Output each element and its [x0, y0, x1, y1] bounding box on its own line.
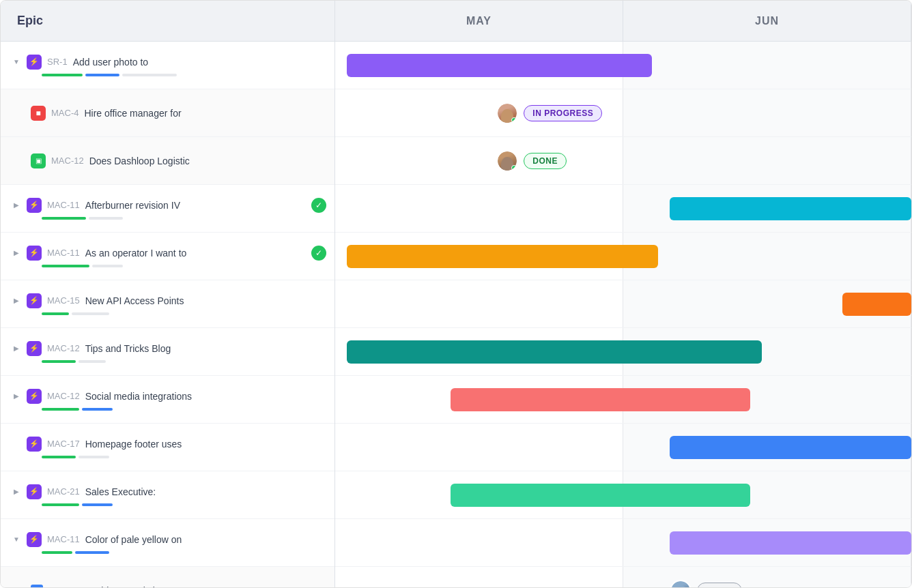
avatar-mac12a [496, 150, 518, 172]
pb-blue [82, 408, 113, 411]
gantt-body: ▼ ⚡ SR-1 Add user photo to ■ MAC-4 Hire … [1, 42, 911, 587]
bar-mac12c [451, 388, 750, 411]
epic-row-mac12b: ▶ ⚡ MAC-12 Tips and Tricks Blog [1, 328, 334, 376]
epic-row-mac15: ▶ ⚡ MAC-15 New API Access Points [1, 280, 334, 328]
chart-row-mac21 [335, 471, 911, 519]
badge-mac12a: ▣ [31, 153, 46, 168]
pb-empty [79, 456, 109, 458]
gantt-header: Epic MAY JUN [1, 1, 911, 42]
epic-id-mac15: MAC-15 [47, 295, 80, 306]
progress-bar-empty [122, 74, 177, 76]
expand-icon-mac11a[interactable]: ▶ [12, 201, 21, 210]
epic-title-mac11a: Afterburner revision IV [85, 200, 180, 211]
gantt-chart: Epic MAY JUN ▼ ⚡ SR-1 Add user photo to [0, 0, 912, 588]
chart-row-mac12b [335, 328, 911, 376]
epic-title-mac4: Hire office manager for [84, 108, 181, 119]
epic-id-mac17: MAC-17 [47, 439, 80, 449]
epic-id-mac12b: MAC-12 [47, 343, 80, 353]
progress-mac12c [12, 408, 326, 411]
epic-title-mac11b: As an operator I want to [85, 248, 187, 259]
chart-row-mac11b [335, 233, 911, 280]
avatar-dot-mac12a [511, 165, 517, 171]
pb-green [42, 503, 79, 506]
status-badge-mac8: TO DO [697, 583, 742, 588]
pb-empty [79, 360, 106, 363]
epic-id-sr1: SR-1 [47, 57, 68, 67]
progress-mac21 [12, 503, 326, 506]
epic-id-mac4: MAC-4 [51, 108, 79, 118]
chart-row-mac17 [335, 424, 911, 471]
bar-mac12b [347, 340, 762, 364]
bar-sr1 [347, 54, 652, 77]
progress-bar-green [42, 74, 83, 76]
expand-icon-mac15[interactable]: ▶ [12, 296, 21, 306]
badge-mac17: ⚡ [27, 437, 42, 452]
pb-empty [92, 265, 123, 267]
epic-id-mac11c: MAC-11 [47, 534, 80, 544]
badge-mac15: ⚡ [27, 293, 42, 308]
badge-mac11b: ⚡ [27, 246, 42, 261]
epic-column: ▼ ⚡ SR-1 Add user photo to ■ MAC-4 Hire … [1, 42, 335, 587]
chart-row-mac11c [335, 519, 911, 567]
progress-mac11a [12, 217, 326, 220]
check-icon-mac11a: ✓ [311, 198, 326, 213]
chart-row-mac8: TO DO [335, 567, 911, 587]
header-month-jun: JUN [623, 1, 911, 41]
epic-row-mac21: ▶ ⚡ MAC-21 Sales Executive: [1, 471, 334, 519]
pb-blue [75, 551, 109, 554]
epic-id-mac12c: MAC-12 [47, 391, 80, 401]
status-group-mac8: TO DO [670, 580, 742, 588]
progress-bar-blue [85, 74, 119, 76]
expand-icon-mac12c[interactable]: ▶ [12, 392, 21, 401]
checkbox-mac8[interactable]: ✓ [31, 585, 43, 588]
pb-green [42, 312, 69, 315]
epic-row-mac11c: ▼ ⚡ MAC-11 Color of pale yellow on [1, 519, 334, 567]
epic-title-sr1: Add user photo to [73, 57, 149, 68]
status-badge-mac12a: DONE [524, 153, 567, 169]
progress-sr1 [12, 74, 326, 76]
bar-mac11a [670, 197, 911, 220]
chart-row-mac11a [335, 185, 911, 233]
epic-row-mac8: ✓ MAC-8 Dashloop Logistic [1, 567, 334, 587]
bar-mac17 [670, 436, 911, 459]
chart-area: IN PROGRESS DONE [335, 42, 911, 587]
epic-title-mac11c: Color of pale yellow on [85, 534, 182, 545]
pb-blue [82, 503, 113, 506]
chart-row-mac15 [335, 280, 911, 328]
expand-icon-mac11c[interactable]: ▼ [12, 535, 21, 544]
epic-title-mac15: New API Access Points [85, 295, 184, 306]
avatar-mac8 [670, 580, 692, 588]
avatar-mac4 [496, 102, 518, 124]
badge-mac12b: ⚡ [27, 341, 42, 356]
expand-icon-mac12b[interactable]: ▶ [12, 344, 21, 353]
epic-id-mac12a: MAC-12 [51, 156, 84, 166]
bar-mac11b [347, 245, 658, 268]
epic-title-mac8: Dashloop Logistic [84, 585, 160, 588]
header-months: MAY JUN [335, 1, 911, 41]
status-group-mac4: IN PROGRESS [496, 102, 602, 124]
progress-mac11c [12, 551, 326, 554]
bar-mac15 [842, 293, 911, 316]
pb-green [42, 265, 89, 267]
header-epic-label: Epic [1, 1, 335, 41]
pb-green [42, 217, 86, 220]
chart-row-mac12c [335, 376, 911, 424]
badge-mac12c: ⚡ [27, 389, 42, 404]
epic-id-mac8: MAC-8 [51, 585, 79, 587]
expand-icon-mac21[interactable]: ▶ [12, 487, 21, 497]
status-badge-mac4: IN PROGRESS [524, 105, 602, 121]
pb-green [42, 456, 76, 458]
epic-title-mac21: Sales Executive: [85, 486, 156, 497]
pb-green [42, 408, 79, 411]
epic-row-mac4: ■ MAC-4 Hire office manager for [1, 89, 334, 137]
pb-green [42, 360, 76, 363]
expand-icon-mac11b[interactable]: ▶ [12, 248, 21, 258]
progress-mac17 [12, 456, 326, 458]
epic-id-mac11a: MAC-11 [47, 200, 80, 210]
chart-rows: IN PROGRESS DONE [335, 42, 911, 587]
expand-icon-sr1[interactable]: ▼ [12, 57, 21, 67]
epic-id-mac11b: MAC-11 [47, 248, 80, 258]
epic-title-mac12a: Does Dashloop Logistic [89, 156, 190, 166]
epic-row-mac17: ▶ ⚡ MAC-17 Homepage footer uses [1, 424, 334, 471]
epic-row-mac12c: ▶ ⚡ MAC-12 Social media integrations [1, 376, 334, 424]
